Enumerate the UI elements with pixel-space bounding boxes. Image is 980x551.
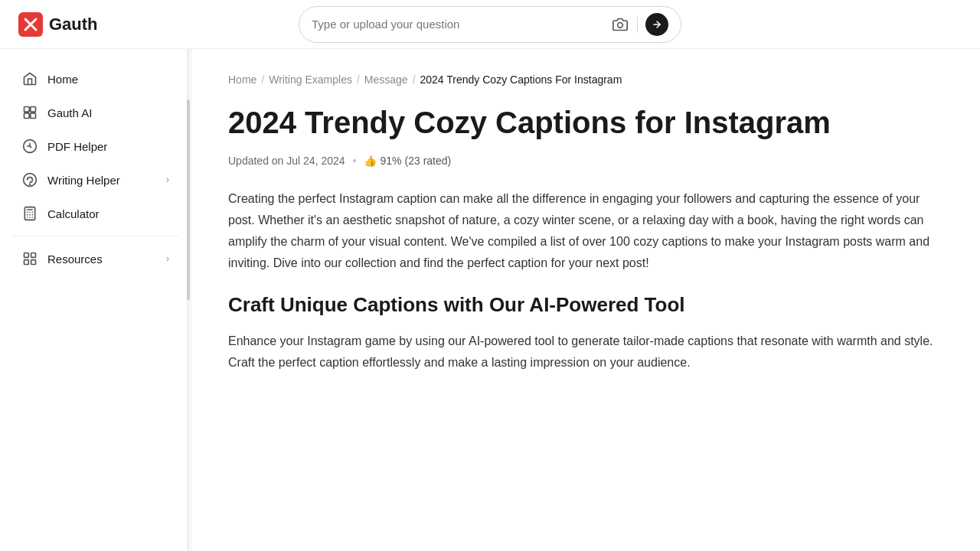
logo-icon bbox=[18, 12, 43, 37]
sidebar-item-writing-helper[interactable]: Writing Helper › bbox=[6, 164, 185, 196]
svg-point-10 bbox=[30, 184, 31, 184]
article-meta: Updated on Jul 24, 2024 • 👍 91% (23 rate… bbox=[228, 155, 943, 167]
svg-rect-22 bbox=[24, 253, 29, 258]
svg-rect-4 bbox=[24, 107, 30, 112]
body-layout: Home Gauth AI PDF Helper bbox=[0, 49, 980, 551]
resources-chevron: › bbox=[166, 253, 169, 264]
sidebar-divider bbox=[12, 236, 178, 236]
search-actions bbox=[611, 13, 668, 36]
gauth-ai-icon bbox=[21, 105, 38, 120]
search-divider bbox=[637, 17, 638, 32]
sidebar-item-gauth-ai[interactable]: Gauth AI bbox=[6, 96, 185, 129]
breadcrumb-current: 2024 Trendy Cozy Captions For Instagram bbox=[420, 73, 622, 86]
pdf-helper-icon bbox=[21, 139, 38, 154]
article-intro: Creating the perfect Instagram caption c… bbox=[228, 188, 943, 274]
breadcrumb-sep-3: / bbox=[413, 73, 416, 86]
rating-count: (23 rated) bbox=[405, 155, 452, 167]
rating-score: 91% bbox=[380, 155, 401, 167]
breadcrumb-sep-1: / bbox=[261, 73, 264, 86]
sidebar-label-home: Home bbox=[47, 73, 78, 86]
resources-icon bbox=[21, 251, 38, 266]
sidebar-item-pdf-helper[interactable]: PDF Helper bbox=[6, 130, 185, 162]
svg-rect-24 bbox=[31, 260, 36, 265]
sidebar-scroll-track bbox=[187, 49, 190, 551]
search-submit-button[interactable] bbox=[645, 13, 668, 36]
svg-point-2 bbox=[618, 22, 623, 28]
writing-helper-icon bbox=[21, 172, 38, 187]
home-icon bbox=[21, 71, 38, 86]
section1-title: Craft Unique Captions with Our AI-Powere… bbox=[228, 292, 943, 318]
header: Gauth bbox=[0, 0, 980, 49]
sidebar-label-calculator: Calculator bbox=[47, 207, 100, 220]
sidebar-scrollbar[interactable] bbox=[186, 49, 191, 551]
sidebar-label-resources: Resources bbox=[47, 253, 103, 266]
search-bar bbox=[299, 6, 681, 43]
sidebar-item-resources[interactable]: Resources › bbox=[6, 243, 185, 275]
svg-rect-23 bbox=[31, 253, 36, 258]
svg-rect-6 bbox=[24, 113, 30, 119]
section1-body: Enhance your Instagram game by using our… bbox=[228, 331, 943, 373]
meta-dot: • bbox=[353, 155, 357, 167]
article: 2024 Trendy Cozy Captions for Instagram … bbox=[228, 104, 943, 373]
camera-icon[interactable] bbox=[611, 15, 629, 34]
breadcrumb-writing-examples[interactable]: Writing Examples bbox=[269, 73, 352, 86]
sidebar-scroll-thumb bbox=[187, 99, 190, 300]
sidebar-label-gauth-ai: Gauth AI bbox=[47, 106, 92, 119]
breadcrumb: Home / Writing Examples / Message / 2024… bbox=[228, 73, 943, 86]
svg-rect-5 bbox=[31, 107, 36, 112]
logo[interactable]: Gauth bbox=[18, 12, 98, 37]
calculator-icon bbox=[21, 206, 38, 221]
sidebar-label-writing-helper: Writing Helper bbox=[47, 174, 120, 187]
svg-rect-25 bbox=[24, 260, 29, 265]
breadcrumb-sep-2: / bbox=[357, 73, 360, 86]
thumbs-up-icon: 👍 bbox=[364, 155, 377, 167]
logo-text: Gauth bbox=[49, 15, 98, 34]
sidebar-item-home[interactable]: Home bbox=[6, 63, 185, 95]
article-title: 2024 Trendy Cozy Captions for Instagram bbox=[228, 104, 943, 141]
sidebar-label-pdf-helper: PDF Helper bbox=[47, 140, 107, 153]
svg-rect-7 bbox=[31, 113, 36, 119]
main-content: Home / Writing Examples / Message / 2024… bbox=[191, 49, 980, 551]
sidebar-item-calculator[interactable]: Calculator bbox=[6, 197, 185, 230]
breadcrumb-message[interactable]: Message bbox=[364, 73, 408, 86]
svg-rect-11 bbox=[24, 207, 34, 220]
writing-helper-chevron: › bbox=[166, 174, 169, 185]
sidebar: Home Gauth AI PDF Helper bbox=[0, 49, 191, 551]
breadcrumb-home[interactable]: Home bbox=[228, 73, 256, 86]
article-updated-date: Updated on Jul 24, 2024 bbox=[228, 155, 345, 167]
article-rating: 👍 91% (23 rated) bbox=[364, 155, 451, 167]
search-input[interactable] bbox=[312, 18, 605, 31]
